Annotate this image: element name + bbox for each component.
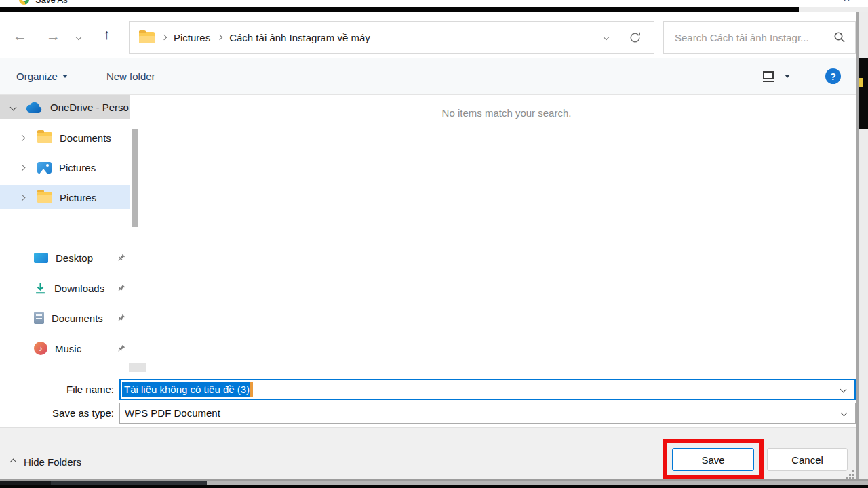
save-as-dialog: Save As ✕ ← → ↑ Pictures Cách tải ảnh In… (0, 0, 868, 488)
sidebar-item-music[interactable]: ♪ Music (0, 336, 130, 361)
command-bar: Organize New folder ? (0, 58, 856, 95)
sidebar-item-label: Documents (60, 132, 111, 144)
desktop-icon (34, 253, 48, 263)
folder-icon (37, 132, 52, 143)
save-as-type-value: WPS PDF Document (125, 407, 220, 419)
chevron-down-icon (62, 75, 68, 78)
sidebar-item-label: Music (55, 343, 81, 354)
address-dropdown-icon[interactable] (604, 35, 609, 40)
sidebar-item-onedrive[interactable]: OneDrive - Perso (0, 95, 130, 119)
chevron-right-icon[interactable] (19, 164, 26, 171)
organize-button[interactable]: Organize (16, 70, 68, 82)
address-bar[interactable]: Pictures Cách tải ảnh Instagram về máy (129, 21, 654, 54)
document-icon (34, 312, 44, 324)
file-name-input[interactable]: Tài liệu không có tiêu đề (3) (119, 379, 856, 400)
organize-label: Organize (16, 70, 58, 82)
wps-app-icon (19, 0, 29, 5)
close-icon[interactable]: ✕ (843, 0, 850, 3)
hide-folders-button[interactable]: Hide Folders (11, 456, 81, 468)
resize-grip[interactable] (845, 470, 847, 472)
sidebar-item-desktop[interactable]: Desktop (0, 245, 130, 270)
chevron-down-icon[interactable] (840, 386, 847, 393)
new-folder-label: New folder (106, 70, 155, 82)
chevron-right-icon[interactable] (19, 194, 26, 201)
save-as-type-select[interactable]: WPS PDF Document (119, 403, 856, 424)
sidebar-item-label: Pictures (59, 162, 96, 174)
background-fragment (859, 78, 863, 87)
background-fragment (859, 58, 868, 129)
file-name-label: File name: (0, 384, 114, 395)
onedrive-icon (24, 102, 43, 113)
music-icon: ♪ (34, 342, 47, 355)
sidebar-scrollbar-thumb[interactable] (132, 129, 138, 227)
sidebar-item-label: Pictures (60, 192, 96, 203)
top-band-right (799, 7, 868, 12)
chevron-right-icon (161, 35, 167, 40)
folder-icon (139, 32, 155, 43)
breadcrumb-item-folder[interactable]: Cách tải ảnh Instagram về máy (229, 32, 370, 43)
window-title: Save As (35, 0, 68, 5)
save-as-type-label: Save as type: (0, 407, 114, 419)
music-note-glyph: ♪ (39, 344, 43, 352)
new-folder-button[interactable]: New folder (106, 70, 155, 82)
pin-icon (117, 344, 125, 353)
view-icon (763, 81, 774, 82)
breadcrumb-item-pictures[interactable]: Pictures (174, 32, 210, 43)
sidebar-item-pictures[interactable]: Pictures (0, 155, 130, 180)
search-icon (833, 31, 846, 43)
dialog-right-strip (859, 12, 868, 479)
sidebar-separator (7, 224, 122, 224)
sidebar-scrollbar-corner (129, 363, 146, 372)
back-button[interactable]: ← (13, 28, 27, 43)
sidebar-item-label: Downloads (54, 283, 104, 294)
pin-icon (117, 314, 125, 323)
cancel-button[interactable]: Cancel (767, 448, 848, 471)
file-name-selected-text: Tài liệu không có tiêu đề (3) (122, 382, 250, 397)
downloads-icon (34, 282, 47, 295)
title-bar: Save As ✕ (0, 0, 868, 7)
hide-folders-label: Hide Folders (24, 456, 81, 468)
up-button[interactable]: ↑ (103, 27, 111, 41)
search-box (663, 21, 856, 54)
forward-button[interactable]: → (46, 28, 60, 43)
chevron-right-icon[interactable] (19, 134, 26, 141)
folder-icon (37, 192, 52, 203)
chevron-down-icon[interactable] (10, 104, 17, 110)
pictures-icon (37, 162, 52, 174)
view-options-button[interactable] (763, 71, 774, 82)
sidebar-item-label: OneDrive - Perso (50, 102, 129, 113)
recent-locations-button[interactable] (76, 35, 81, 40)
navigation-toolbar: ← → ↑ Pictures Cách tải ảnh Instagram về… (0, 12, 856, 58)
chevron-down-icon[interactable] (841, 410, 848, 417)
sidebar-item-label: Desktop (56, 252, 93, 264)
sidebar-item-downloads[interactable]: Downloads (0, 276, 130, 300)
refresh-icon[interactable] (629, 31, 642, 44)
sidebar-item-documents-pinned[interactable]: Documents (0, 306, 130, 330)
pin-icon (117, 253, 125, 262)
top-black-band (0, 7, 799, 12)
sidebar-item-label: Documents (52, 312, 103, 324)
view-icon (763, 71, 774, 79)
search-input[interactable] (673, 31, 833, 44)
sidebar-item-documents[interactable]: Documents (0, 125, 130, 150)
chevron-up-icon (10, 459, 17, 466)
text-caret (250, 382, 253, 396)
empty-results-message: No items match your search. (130, 107, 856, 119)
help-button[interactable]: ? (825, 68, 841, 84)
view-options-dropdown[interactable] (785, 75, 790, 78)
pin-icon (117, 284, 125, 293)
bottom-black-band (0, 485, 868, 488)
sidebar-item-pictures-selected[interactable]: Pictures (0, 185, 130, 209)
annotation-rectangle (663, 439, 764, 479)
chevron-right-icon (217, 35, 222, 40)
